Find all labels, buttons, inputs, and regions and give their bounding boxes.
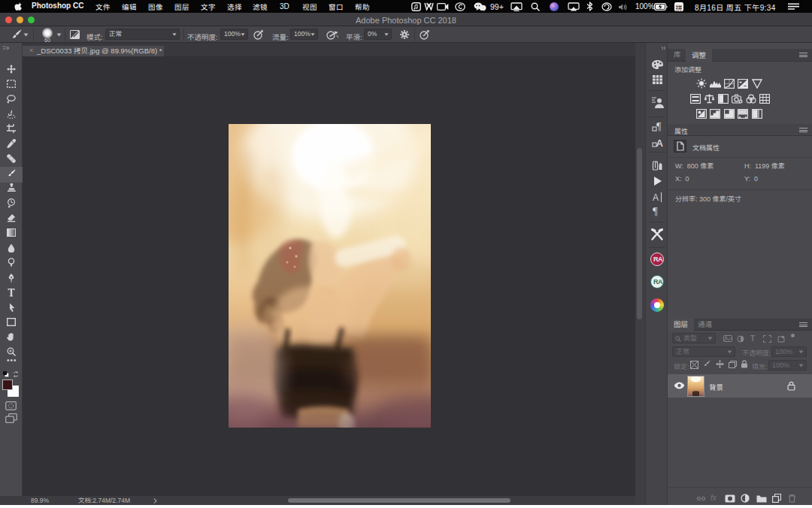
- svg-text:¶: ¶: [656, 121, 662, 132]
- svg-text:A: A: [653, 192, 659, 203]
- svg-text:¶: ¶: [653, 205, 658, 216]
- svg-text:A: A: [656, 138, 664, 148]
